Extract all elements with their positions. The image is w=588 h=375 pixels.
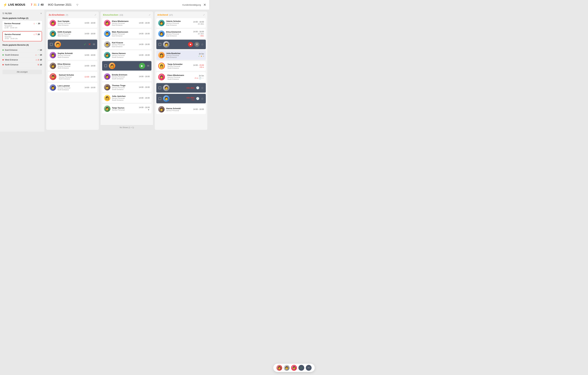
order-card-2[interactable]: Service Personal -1 7 20 Spandau 14:00 -… — [2, 31, 42, 41]
filter-icon[interactable]: ▽ — [76, 3, 78, 6]
person-location-hanna-ein: South Entrance — [112, 56, 137, 58]
person-card-samuel[interactable]: 👦 Samuel Schulze Service Personal North … — [48, 72, 97, 82]
order-badges-2: -1 7 20 — [33, 33, 40, 35]
order-name-2: Service Personal — [5, 33, 21, 35]
action-row-arb[interactable]: 🧑 ■ ⏸ ☆ — [156, 40, 206, 49]
person-card-klara-ein[interactable]: 👩 Klara Wiedemann Service Personal East … — [102, 18, 152, 28]
no-shows-bar: No Shows (1 + 1) — [101, 125, 153, 130]
person-card-elisa-emmerich[interactable]: 👩 Elisa Emmerich Service Personal East E… — [156, 29, 206, 38]
avatar-action-zu: 🧑 — [54, 41, 61, 48]
divider: Heute geplante Bereiche (4) — [2, 44, 42, 46]
avatar-julia-jan: 👩 — [104, 95, 110, 101]
person-card-elisa-elmeras[interactable]: 👩 Elisa Elmeras Service Personal North E… — [48, 61, 97, 71]
column-einzuchecken: Einzuchecken (13) ⤢ 👩 Klara Wiedemann Se… — [101, 12, 153, 130]
reject-icon[interactable]: ✕ — [88, 42, 91, 46]
kundenbestatigung-label[interactable]: Kundenbestätigung — [182, 4, 201, 6]
checkbox-zu[interactable] — [50, 43, 53, 46]
expand-icon-ein[interactable]: ⤢ — [149, 14, 150, 16]
play-icon[interactable]: ▶ — [139, 63, 145, 69]
person-name-thomas: Thomas Troge — [112, 84, 137, 87]
person-time-susi: 14:00 - 16:00 — [84, 22, 95, 24]
person-card-hanna-schmidt[interactable]: 👩 Hanna Schmidt Service Personal 14:00 -… — [156, 104, 206, 114]
mail-icon-ein[interactable]: ✉ — [147, 64, 149, 67]
person-time-tanja-taunus: 14:00 - 16:00 — [139, 106, 150, 108]
avatar-unnamed-2: 🧑 — [163, 95, 169, 102]
area-check-south: ✓ — [38, 54, 39, 56]
column-body-ein: 👩 Klara Wiedemann Service Personal East … — [101, 17, 153, 125]
check-badge-1: ✓ — [36, 22, 37, 24]
person-card-sophie[interactable]: 👩 Sophie Schmidt Service Personal North … — [48, 50, 97, 60]
person-card-karl[interactable]: 👨 Karl Krause Service Personal East Entr… — [102, 40, 152, 49]
area-item-south[interactable]: South Entrance -1 ✓ 10 — [2, 52, 42, 57]
column-header-arb: Arbeitend (17) ⤢ — [155, 12, 207, 17]
person-name-tanja-schneider: Tanja Schneider — [167, 63, 191, 65]
area-item-west[interactable]: West Entrance -1 2 10 — [2, 57, 42, 62]
unnamed-card-2[interactable]: 🧑 03h 45m +5m 🕐 ☆ — [156, 94, 206, 103]
count-badge-1: 20 — [38, 22, 40, 25]
person-card-emelia[interactable]: 👩 Emelia Erichsen Service Personal South… — [102, 72, 152, 81]
avatar-samuel: 👦 — [50, 74, 56, 80]
action-row-ein[interactable]: 👩 ▶ ✉ — [102, 61, 152, 71]
area-check-east: ✓ — [38, 49, 39, 51]
columns-area: Zu Erscheinen (7) ⤢ 👩 Susi Sample Servic… — [44, 10, 209, 132]
avatar-leni: 👩 — [50, 84, 56, 91]
checkbox-unnamed-2[interactable] — [158, 97, 161, 100]
area-item-east[interactable]: East Entrance ✓ 10 — [2, 48, 42, 52]
order-card-1[interactable]: Service Personal -1 ✓ 20 Tempelhof 12:00… — [2, 21, 42, 30]
show-all-button[interactable]: Alle anzeigen — [2, 70, 42, 74]
person-card-tanja-taunus[interactable]: 👩 Tanja Taunus Service Personal 14:00 - … — [102, 104, 152, 114]
close-button[interactable]: ✕ — [203, 3, 206, 7]
avatar-ring-tanja-s: 👩 — [158, 62, 165, 69]
order-time-1: 12:00 - 15:00 Uhr — [4, 27, 40, 29]
person-location-valerie: East Entrance — [166, 24, 191, 26]
area-item-north[interactable]: North Entrance 5 10 — [2, 62, 42, 67]
expand-icon-arb[interactable]: ⤢ — [203, 14, 205, 16]
person-time-julia-jan: 14:00 - 16:00 — [139, 97, 150, 99]
checkbox-ein[interactable] — [104, 64, 107, 67]
header: ⚡ LIVE MODUS 7 31 2 40 IKIO Summer 2021 … — [0, 0, 209, 10]
person-name-klara-ein: Klara Wiedemann — [112, 20, 137, 22]
time-unnamed-1: 03h 45m — [187, 87, 194, 89]
mail-icon[interactable]: ✉ — [93, 43, 95, 46]
pause-icon[interactable]: ⏸ — [194, 42, 199, 47]
stop-icon[interactable]: ■ — [188, 42, 193, 47]
area-minus-west: -1 — [35, 59, 37, 61]
person-card-leni[interactable]: 👩 Leni Lammer Service Personal North Ent… — [48, 83, 97, 92]
person-card-tanja-schneider[interactable]: 👩 Tanja Schneider Service Personal South… — [156, 61, 206, 71]
person-card-julia-boettcher[interactable]: 👩 Julia Boettcher Service Personal East … — [156, 50, 206, 60]
avatar-hanna-ein: 👩 — [104, 52, 110, 58]
order-badges-1: -1 ✓ 20 — [33, 22, 40, 25]
star-icon-arb[interactable]: ☆ — [201, 42, 204, 46]
checkbox-unnamed-1[interactable] — [158, 86, 161, 89]
person-name-mats: Mats Rasmussen — [112, 31, 137, 33]
order-name-1: Service Personal — [4, 22, 20, 25]
person-location-samuel: North Entrance — [59, 78, 83, 80]
action-row-zu[interactable]: 🧑 ✓ ✕ ✉ — [48, 40, 97, 49]
orders-section-title: Heute geplante Aufträge (2) — [2, 17, 42, 19]
approve-icon[interactable]: ✓ — [84, 42, 86, 46]
star-icon-unnamed-2[interactable]: ☆ — [201, 97, 204, 100]
expand-icon-zu[interactable]: ⤢ — [94, 14, 96, 16]
person-card-julia-jan[interactable]: 👩 Julia Janichen Service Personal South … — [102, 93, 152, 103]
person-name-samuel: Samuel Schulze — [59, 74, 83, 76]
star-icon-unnamed-1[interactable]: ☆ — [201, 86, 204, 90]
sidebar-close-icon[interactable]: ✕ — [40, 12, 42, 15]
avatar-emelia: 👩 — [104, 73, 110, 80]
person-location-klara-arb: South Entrance — [167, 78, 193, 80]
unnamed-card-1[interactable]: 🧑 03h 45m 🕐 ☆ — [156, 83, 206, 93]
person-card-susi[interactable]: 👩 Susi Sample Service Personal West Entr… — [48, 18, 97, 28]
person-time-sophie: 14:00 - 16:00 — [84, 54, 95, 56]
column-title-zu: Zu Erscheinen (7) — [49, 13, 68, 16]
person-location-julia-boettcher: East Entrance — [166, 56, 197, 58]
person-card-hanna-ein[interactable]: 👩 Hanna Hansen Service Personal South En… — [102, 50, 152, 60]
person-card-klara-arb[interactable]: 👩 Klara Wiedemann Service Personal South… — [156, 72, 206, 82]
person-card-thomas[interactable]: 👨 Thomas Troge Service Personal South En… — [102, 83, 152, 92]
logo-text: LIVE MODUS — [8, 3, 25, 6]
stat-blue: 2 — [38, 3, 39, 6]
person-card-valerie[interactable]: 👩 Valerie Schulze Service Personal East … — [156, 18, 206, 28]
checkbox-arb[interactable] — [158, 43, 161, 46]
person-name-emelia: Emelia Erichsen — [112, 74, 137, 76]
chevron-down-icon[interactable]: ▼ — [147, 108, 150, 111]
person-card-edith[interactable]: 👩 Edith Example Service Personal West En… — [48, 29, 97, 38]
person-card-mats[interactable]: 👨 Mats Rasmussen Service Personal East E… — [102, 29, 152, 38]
